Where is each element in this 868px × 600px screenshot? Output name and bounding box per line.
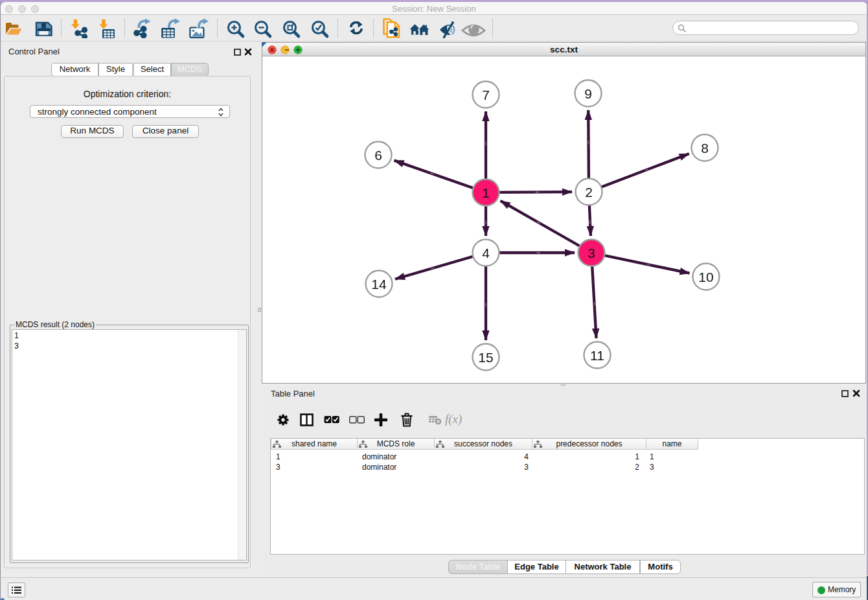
svg-text:1: 1 [482, 185, 490, 200]
svg-text:6: 6 [374, 148, 382, 163]
svg-text:10: 10 [698, 270, 713, 284]
svg-text:7: 7 [482, 87, 490, 102]
svg-text:8: 8 [701, 141, 709, 156]
svg-text:15: 15 [478, 350, 493, 365]
svg-text:4: 4 [482, 246, 490, 260]
svg-text:2: 2 [585, 185, 593, 200]
svg-text:14: 14 [371, 277, 387, 292]
svg-text:11: 11 [590, 348, 604, 363]
svg-text:9: 9 [584, 86, 592, 101]
svg-text:3: 3 [588, 246, 595, 260]
